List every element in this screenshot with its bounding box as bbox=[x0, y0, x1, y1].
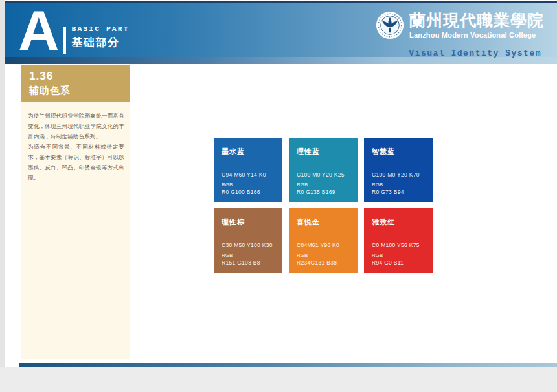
swatch-rgb-label: RGB bbox=[372, 182, 427, 188]
swatch-specs: C100 M0 Y20 K70 RGB R0 G73 B94 bbox=[372, 171, 427, 195]
swatch-name: 智慧蓝 bbox=[372, 147, 427, 157]
swatch-cmyk-value: C100 M0 Y20 K25 bbox=[297, 171, 352, 178]
section-letter-block: A BASIC PART 基础部分 bbox=[18, 3, 130, 58]
swatch-cmyk-value: C0 M100 Y56 K75 bbox=[372, 242, 427, 248]
swatch-rgb-value: R0 G73 B94 bbox=[372, 189, 427, 195]
swatch-joy-gold: 喜悦金 C04M61 Y96 K0 RGB R234G131 B38 bbox=[289, 208, 358, 273]
college-names: 蘭州現代職業學院 Lanzhou Modern Vocational Colle… bbox=[409, 10, 544, 39]
section-title-en: BASIC PART bbox=[72, 25, 130, 33]
header-divider bbox=[63, 27, 66, 54]
swatch-name: 喜悦金 bbox=[297, 217, 352, 227]
page-bottom-margin bbox=[0, 367, 557, 392]
swatch-rational-blue: 理性蓝 C100 M0 Y20 K25 RGB R0 G135 B169 bbox=[289, 138, 358, 202]
swatch-rgb-value: R234G131 B38 bbox=[297, 259, 352, 266]
swatch-rgb-label: RGB bbox=[372, 252, 427, 258]
description-paragraph-1: 为使兰州现代职业学院形象统一而富有变化，体现兰州现代职业学院文化的丰富内涵，特制… bbox=[28, 111, 124, 142]
college-name-en: Lanzhou Modern Vocational College bbox=[409, 31, 544, 39]
swatch-rgb-label: RGB bbox=[297, 182, 352, 188]
description-panel: 为使兰州现代职业学院形象统一而富有变化，体现兰州现代职业学院文化的丰富内涵，特制… bbox=[21, 102, 130, 359]
swatch-elegant-red: 雅致红 C0 M100 Y56 K75 RGB R94 G0 B11 bbox=[364, 208, 433, 273]
swatch-rgb-value: R151 G108 B8 bbox=[222, 259, 277, 266]
swatch-rational-brown: 理性棕 C30 M50 Y100 K30 RGB R151 G108 B8 bbox=[214, 208, 282, 273]
swatch-name: 墨水蓝 bbox=[222, 147, 277, 157]
college-logo-group: 蘭州現代職業學院 Lanzhou Modern Vocational Colle… bbox=[375, 10, 544, 40]
swatch-ink-blue: 墨水蓝 C94 M60 Y14 K0 RGB R0 G100 B166 bbox=[214, 138, 282, 202]
swatch-cmyk-value: C04M61 Y96 K0 bbox=[297, 242, 352, 248]
swatch-name: 理性蓝 bbox=[297, 147, 352, 157]
swatch-cmyk-value: C94 M60 Y14 K0 bbox=[222, 171, 277, 178]
color-swatch-grid: 墨水蓝 C94 M60 Y14 K0 RGB R0 G100 B166 理性蓝 … bbox=[214, 138, 433, 273]
college-name-zh: 蘭州現代職業學院 bbox=[409, 10, 544, 30]
section-number: 1.36 bbox=[29, 70, 130, 83]
footer-rule bbox=[19, 363, 557, 367]
description-paragraph-2: 为适合不同背景、不同材料或特定要求，基本要素（标识、标准字）可以以墨稿、反白、凹… bbox=[28, 142, 124, 183]
swatch-rgb-value: R0 G135 B169 bbox=[297, 189, 352, 195]
swatch-wisdom-blue: 智慧蓝 C100 M0 Y20 K70 RGB R0 G73 B94 bbox=[364, 138, 433, 202]
swatch-specs: C04M61 Y96 K0 RGB R234G131 B38 bbox=[297, 242, 352, 266]
vis-system-label: Visual Identity System bbox=[409, 49, 541, 58]
swatch-rgb-label: RGB bbox=[222, 182, 277, 188]
vis-manual-page: A BASIC PART 基础部分 蘭州現代職業學院 bbox=[0, 0, 557, 392]
swatch-specs: C100 M0 Y20 K25 RGB R0 G135 B169 bbox=[297, 171, 352, 195]
swatch-rgb-value: R0 G100 B166 bbox=[222, 189, 277, 195]
swatch-rgb-value: R94 G0 B11 bbox=[372, 259, 427, 266]
swatch-name: 理性棕 bbox=[222, 217, 277, 227]
swatch-name: 雅致红 bbox=[372, 217, 427, 227]
page-left-margin bbox=[0, 0, 5, 392]
college-seal-icon bbox=[375, 10, 405, 40]
swatch-cmyk-value: C100 M0 Y20 K70 bbox=[372, 171, 427, 178]
swatch-rgb-label: RGB bbox=[297, 252, 352, 258]
swatch-cmyk-value: C30 M50 Y100 K30 bbox=[222, 242, 277, 248]
section-title-zh: 基础部分 bbox=[72, 35, 130, 50]
section-letter: A bbox=[18, 3, 60, 58]
section-index-box: 1.36 辅助色系 bbox=[21, 65, 130, 102]
swatch-specs: C0 M100 Y56 K75 RGB R94 G0 B11 bbox=[372, 242, 427, 266]
section-name: 辅助色系 bbox=[29, 85, 130, 97]
swatch-rgb-label: RGB bbox=[222, 252, 277, 258]
swatch-specs: C94 M60 Y14 K0 RGB R0 G100 B166 bbox=[222, 171, 277, 195]
swatch-specs: C30 M50 Y100 K30 RGB R151 G108 B8 bbox=[222, 242, 277, 266]
